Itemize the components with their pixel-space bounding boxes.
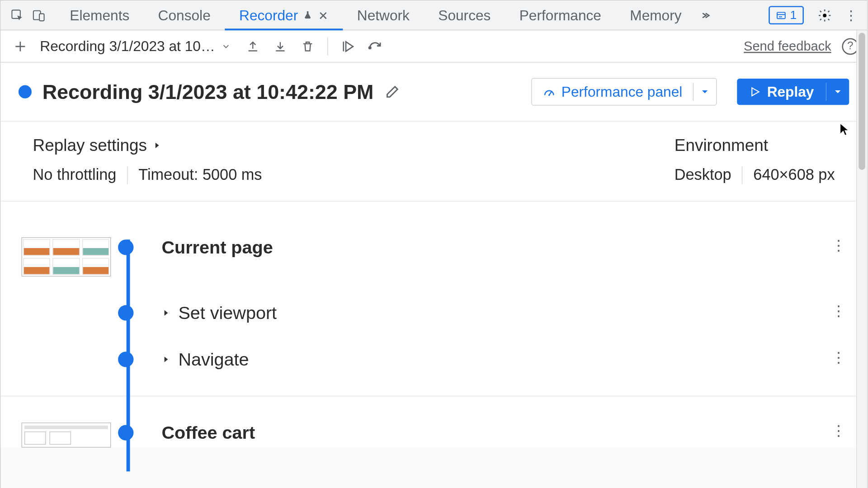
step-label: Navigate <box>178 349 249 370</box>
recording-title: Recording 3/1/2023 at 10:42:22 PM <box>42 80 374 103</box>
timeout-value: Timeout: 5000 ms <box>138 166 262 184</box>
import-icon[interactable] <box>241 35 264 57</box>
settings-icon[interactable] <box>815 8 835 23</box>
devtools-tabstrip: Elements Console Recorder ✕ Network Sour… <box>0 0 867 30</box>
scrollbar[interactable] <box>856 30 867 488</box>
recording-select[interactable]: Recording 3/1/2023 at 10… <box>40 38 230 55</box>
timeline-node-icon <box>118 352 133 367</box>
step-menu-icon[interactable]: ⋮ <box>831 237 849 254</box>
new-recording-button[interactable] <box>9 35 32 57</box>
svg-point-5 <box>368 46 371 49</box>
chevron-down-icon <box>221 42 231 51</box>
issues-badge[interactable]: 1 <box>769 6 804 24</box>
step-icon[interactable] <box>363 35 386 57</box>
performance-panel-button[interactable]: Performance panel <box>531 78 717 106</box>
inspect-icon[interactable] <box>9 7 26 23</box>
tab-sources[interactable]: Sources <box>424 0 505 30</box>
more-icon[interactable]: ⋮ <box>841 7 861 23</box>
replay-label: Replay <box>767 84 814 100</box>
steps-timeline: Current page ⋮ Set viewport ⋮ Naviga <box>0 201 867 448</box>
overflow-tabs-icon[interactable] <box>696 9 716 21</box>
replay-dropdown[interactable] <box>826 83 849 101</box>
step-set-viewport: Set viewport ⋮ <box>0 303 867 349</box>
send-feedback-link[interactable]: Send feedback <box>744 38 831 54</box>
timeline-node-icon <box>118 239 133 255</box>
step-label: Coffee cart <box>161 422 255 443</box>
svg-point-6 <box>548 94 550 96</box>
flask-icon <box>303 10 314 21</box>
environment-viewport: 640×608 px <box>753 166 835 184</box>
expand-step-icon[interactable] <box>161 355 170 363</box>
tab-memory[interactable]: Memory <box>616 0 696 30</box>
device-toggle-icon[interactable] <box>30 7 47 23</box>
step-menu-icon[interactable]: ⋮ <box>831 349 849 366</box>
tab-console[interactable]: Console <box>144 0 225 30</box>
replay-settings-heading[interactable]: Replay settings <box>33 136 675 155</box>
edit-title-icon[interactable] <box>384 84 400 99</box>
recording-header: Recording 3/1/2023 at 10:42:22 PM Perfor… <box>0 62 867 121</box>
step-current-page: Current page ⋮ <box>0 237 867 303</box>
tab-network[interactable]: Network <box>343 0 424 30</box>
step-navigate: Navigate ⋮ <box>0 349 867 396</box>
timeline-node-icon <box>118 425 133 440</box>
tab-recorder[interactable]: Recorder ✕ <box>225 0 343 30</box>
step-coffee-cart: Coffee cart ⋮ <box>0 422 867 447</box>
recorder-toolbar: Recording 3/1/2023 at 10… Send feedback … <box>0 30 867 62</box>
caret-right-icon <box>153 141 161 150</box>
screenshot-thumb[interactable] <box>21 237 111 277</box>
step-menu-icon[interactable]: ⋮ <box>831 422 849 439</box>
performance-panel-dropdown[interactable] <box>693 83 716 101</box>
scrollbar-thumb[interactable] <box>859 33 865 170</box>
svg-rect-2 <box>39 14 44 21</box>
recording-select-label: Recording 3/1/2023 at 10… <box>40 38 215 55</box>
replay-button[interactable]: Replay <box>737 79 849 105</box>
record-dot-icon <box>19 85 32 99</box>
tab-performance[interactable]: Performance <box>505 0 616 30</box>
step-label: Set viewport <box>178 303 277 323</box>
environment-device: Desktop <box>675 166 731 184</box>
tab-elements[interactable]: Elements <box>56 0 144 30</box>
issues-count: 1 <box>790 8 797 22</box>
gauge-icon <box>542 85 556 99</box>
play-icon <box>749 86 761 98</box>
step-menu-icon[interactable]: ⋮ <box>831 303 849 319</box>
svg-point-4 <box>823 14 826 17</box>
timeline-node-icon <box>118 305 133 320</box>
svg-rect-3 <box>777 12 785 19</box>
throttling-value: No throttling <box>33 166 117 184</box>
expand-step-icon[interactable] <box>161 309 170 317</box>
performance-panel-label: Performance panel <box>561 84 682 100</box>
export-icon[interactable] <box>269 35 291 57</box>
continue-icon[interactable] <box>336 35 359 57</box>
replay-settings-section: Replay settings No throttling Timeout: 5… <box>0 122 867 201</box>
delete-icon[interactable] <box>296 35 319 57</box>
close-icon[interactable]: ✕ <box>318 8 328 23</box>
environment-heading: Environment <box>675 136 835 155</box>
step-label: Current page <box>161 237 273 258</box>
screenshot-thumb[interactable] <box>21 422 111 447</box>
